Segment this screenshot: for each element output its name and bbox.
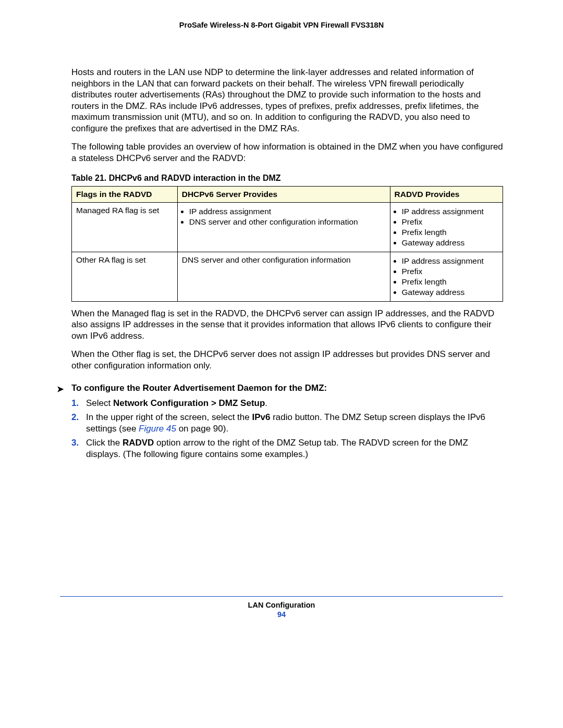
- list-item: Prefix: [402, 267, 498, 276]
- cell-flag: Managed RA flag is set: [72, 202, 178, 252]
- cell-dhcp: DNS server and other configuration infor…: [177, 252, 390, 301]
- page-footer: LAN Configuration 94: [60, 596, 503, 619]
- figure-reference[interactable]: Figure 45: [139, 424, 176, 434]
- procedure-steps: Select Network Configuration > DMZ Setup…: [71, 398, 503, 460]
- list-item: DNS server and other configuration infor…: [189, 217, 386, 227]
- step-text: Select: [86, 398, 113, 408]
- th-flags: Flags in the RADVD: [72, 186, 178, 202]
- paragraph-intro: Hosts and routers in the LAN use NDP to …: [71, 67, 503, 134]
- cell-flag: Other RA flag is set: [72, 252, 178, 301]
- cell-radvd: IP address assignment Prefix Prefix leng…: [390, 202, 503, 252]
- list-item: IP address assignment: [189, 207, 386, 216]
- list-item: Prefix: [402, 217, 498, 227]
- running-header: ProSafe Wireless-N 8-Port Gigabit VPN Fi…: [60, 21, 503, 29]
- page-number: 94: [60, 610, 503, 619]
- step-text: .: [265, 398, 267, 408]
- table-caption: Table 21. DHCPv6 and RADVD interaction i…: [71, 174, 503, 183]
- paragraph-managed: When the Managed flag is set in the RADV…: [71, 308, 503, 342]
- paragraph-other: When the Other flag is set, the DHCPv6 s…: [71, 349, 503, 371]
- step-bold: RADVD: [123, 438, 154, 448]
- procedure-heading: ➤ To configure the Router Advertisement …: [71, 383, 503, 393]
- step-bold: IPv6: [252, 412, 270, 422]
- step-3: Click the RADVD option arrow to the righ…: [71, 437, 503, 460]
- list-item: Gateway address: [402, 288, 498, 297]
- paragraph-table-lead: The following table provides an overview…: [71, 141, 503, 164]
- cell-dhcp: IP address assignment DNS server and oth…: [177, 202, 390, 252]
- table-header-row: Flags in the RADVD DHCPv6 Server Provide…: [72, 186, 503, 202]
- th-radvd: RADVD Provides: [390, 186, 503, 202]
- list-item: IP address assignment: [402, 256, 498, 266]
- step-bold: Network Configuration > DMZ Setup: [113, 398, 265, 408]
- table-row: Other RA flag is set DNS server and othe…: [72, 252, 503, 301]
- cell-radvd: IP address assignment Prefix Prefix leng…: [390, 252, 503, 301]
- dhcp-radvd-table: Flags in the RADVD DHCPv6 Server Provide…: [71, 186, 503, 302]
- step-text: Click the: [86, 438, 123, 448]
- step-1: Select Network Configuration > DMZ Setup…: [71, 398, 503, 409]
- footer-section: LAN Configuration: [248, 601, 315, 609]
- list-item: Prefix length: [402, 228, 498, 237]
- chevron-right-icon: ➤: [57, 384, 64, 394]
- table-row: Managed RA flag is set IP address assign…: [72, 202, 503, 252]
- page: ProSafe Wireless-N 8-Port Gigabit VPN Fi…: [0, 0, 563, 728]
- content-area: Hosts and routers in the LAN use NDP to …: [60, 67, 503, 460]
- list-item: Gateway address: [402, 238, 498, 248]
- step-text: In the upper right of the screen, select…: [86, 412, 252, 422]
- list-item: IP address assignment: [402, 207, 498, 216]
- step-text: on page 90).: [176, 424, 228, 434]
- th-dhcpv6: DHCPv6 Server Provides: [177, 186, 390, 202]
- procedure-heading-text: To configure the Router Advertisement Da…: [71, 383, 327, 393]
- step-2: In the upper right of the screen, select…: [71, 412, 503, 434]
- list-item: Prefix length: [402, 277, 498, 287]
